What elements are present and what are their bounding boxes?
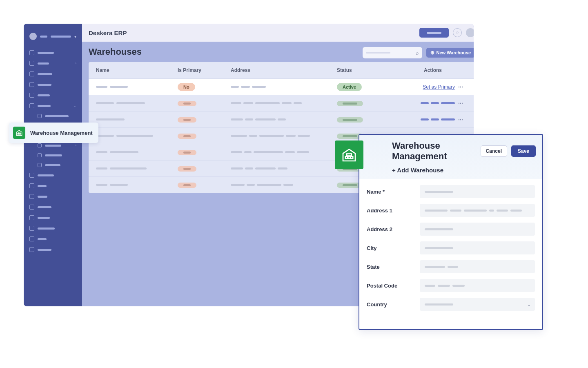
input-state[interactable] [420, 260, 535, 273]
plus-icon: ⊕ [430, 50, 434, 56]
nav-subitem[interactable] [24, 150, 82, 160]
search-input[interactable]: ⌕ [363, 47, 422, 58]
nav-item[interactable]: › [24, 58, 82, 69]
form-row-state: State [367, 260, 535, 273]
more-icon[interactable]: ⋯ [458, 117, 463, 123]
form-row-city: City [367, 241, 535, 254]
svg-rect-7 [347, 154, 352, 156]
col-is-primary: Is Primary [178, 67, 231, 73]
nav-item[interactable] [24, 69, 82, 79]
is-primary-badge [178, 117, 196, 123]
nav-subitem[interactable] [24, 111, 82, 121]
chevron-down-icon: ⌄ [527, 302, 531, 307]
nav-item[interactable]: ⌄ [24, 100, 82, 111]
label-address2: Address 2 [367, 226, 414, 232]
input-postal[interactable] [420, 279, 535, 292]
table-row[interactable]: No Active Set as Primary ⋯ [89, 78, 474, 95]
label-state: State [367, 264, 414, 270]
status-badge: Active [337, 83, 362, 91]
topbar: Deskera ERP ♢ [82, 24, 474, 42]
modal-body: Name * Address 1 Address 2 City State [359, 179, 542, 317]
label-name: Name * [367, 189, 414, 195]
avatar[interactable] [466, 28, 474, 37]
input-city[interactable] [420, 241, 535, 254]
svg-rect-1 [19, 134, 20, 134]
is-primary-badge: No [178, 83, 195, 91]
form-row-postal: Postal Code [367, 279, 535, 292]
svg-rect-3 [18, 132, 20, 133]
label-country: Country [367, 301, 414, 308]
form-row-address2: Address 2 [367, 223, 535, 236]
label-address1: Address 1 [367, 207, 414, 214]
nav-item[interactable] [24, 202, 82, 212]
input-address2[interactable] [420, 223, 535, 236]
col-name: Name [96, 67, 178, 73]
col-status: Status [337, 67, 398, 73]
is-primary-badge [178, 150, 196, 155]
sidebar-callout: Warehouse Management [9, 123, 98, 143]
input-address1[interactable] [420, 204, 535, 217]
page-title: Warehouses [89, 47, 142, 57]
nav-item[interactable] [24, 191, 82, 202]
form-row-name: Name * [367, 185, 535, 198]
nav-item[interactable] [24, 79, 82, 90]
nav-item[interactable] [24, 181, 82, 191]
col-actions: Actions [398, 67, 468, 73]
more-icon[interactable]: ⋯ [458, 100, 463, 106]
more-icon[interactable]: ⋯ [458, 84, 463, 90]
topbar-action-button[interactable] [419, 28, 449, 38]
add-warehouse-modal: Warehouse Management Cancel Save + Add W… [359, 134, 543, 330]
chevron-down-icon: ⌄ [73, 104, 76, 108]
save-button[interactable]: Save [511, 145, 536, 157]
modal-subtitle: + Add Warehouse [392, 167, 536, 174]
svg-rect-4 [345, 156, 347, 158]
nav-item[interactable] [24, 90, 82, 100]
search-icon: ⌕ [416, 50, 419, 56]
col-address: Address [231, 67, 337, 73]
chevron-right-icon: › [75, 61, 76, 65]
logo-icon [29, 33, 37, 40]
callout-label-text: Warehouse Management [30, 130, 93, 136]
label-city: City [367, 245, 414, 251]
notification-icon[interactable]: ♢ [453, 28, 462, 37]
is-primary-badge [178, 183, 196, 188]
set-primary-link[interactable]: Set as Primary [423, 84, 455, 90]
nav-subitem[interactable] [24, 160, 82, 170]
nav-item[interactable] [24, 47, 82, 58]
nav-item[interactable] [24, 223, 82, 234]
svg-rect-6 [351, 156, 353, 158]
form-row-address1: Address 1 [367, 204, 535, 217]
svg-rect-2 [20, 134, 21, 134]
chevron-right-icon: › [75, 143, 76, 147]
warehouse-icon [13, 127, 25, 139]
svg-rect-5 [348, 156, 350, 158]
status-badge [337, 117, 363, 123]
new-warehouse-button[interactable]: ⊕ New Warehouse [426, 48, 474, 58]
nav-item[interactable] [24, 212, 82, 223]
nav-item[interactable] [24, 244, 82, 255]
table-row[interactable]: ⋯ [89, 111, 474, 127]
cancel-button[interactable]: Cancel [481, 145, 507, 157]
sidebar-header[interactable]: ▾ [24, 29, 82, 47]
svg-rect-0 [18, 134, 18, 134]
new-warehouse-label: New Warehouse [436, 50, 471, 55]
sidebar: ▾ › ⌄ › › [24, 24, 82, 306]
form-row-country: Country ⌄ [367, 298, 535, 311]
nav-item[interactable] [24, 170, 82, 181]
status-badge [337, 101, 363, 106]
modal-title: Warehouse Management [392, 141, 477, 162]
chevron-down-icon: ▾ [74, 34, 76, 39]
is-primary-badge [178, 134, 196, 139]
is-primary-badge [178, 101, 196, 106]
label-postal: Postal Code [367, 283, 414, 289]
nav-item[interactable] [24, 234, 82, 244]
modal-header: Warehouse Management Cancel Save + Add W… [359, 135, 542, 179]
table-header: Name Is Primary Address Status Actions [89, 62, 474, 78]
warehouse-icon [335, 141, 363, 169]
app-title: Deskera ERP [89, 29, 127, 36]
select-country[interactable]: ⌄ [420, 298, 535, 311]
input-name[interactable] [420, 185, 535, 198]
table-row[interactable]: ⋯ [89, 95, 474, 111]
is-primary-badge [178, 166, 196, 172]
